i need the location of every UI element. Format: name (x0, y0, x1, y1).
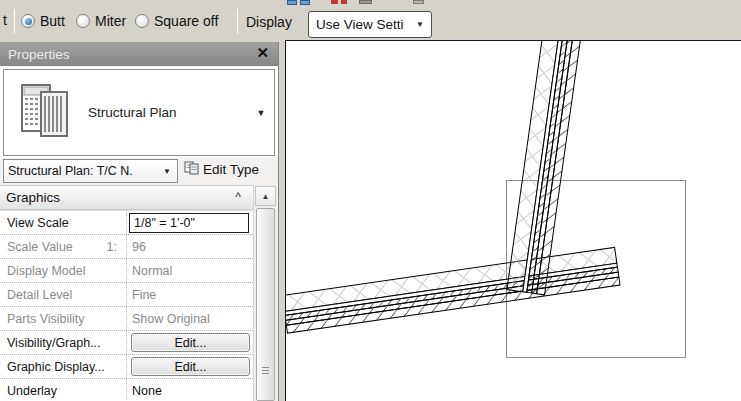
clipped-ribbon-icon (413, 0, 424, 4)
scrollbar-thumb[interactable] (256, 208, 275, 401)
properties-panel: Properties ✕ Structural Plan ▼ (0, 42, 279, 401)
section-header-graphics[interactable]: Graphics ^ (0, 185, 253, 210)
options-separator (237, 9, 238, 34)
scrollbar-up-arrow-icon[interactable]: ▲ (255, 186, 276, 206)
revit-window: t Butt Miter Square off Display Use View… (0, 0, 741, 401)
property-row-detail-level: Detail Level Fine (0, 283, 253, 307)
section-title: Graphics (6, 190, 60, 205)
instance-type-dropdown[interactable]: Structural Plan: T/C N. ▼ (3, 159, 178, 183)
type-selector-box[interactable]: Structural Plan ▼ (3, 69, 275, 156)
plan-view-svg (286, 41, 741, 401)
property-label: Parts Visibility (0, 307, 127, 330)
chevron-down-icon[interactable]: ▼ (248, 108, 274, 118)
collapse-chevron-icon[interactable]: ^ (235, 190, 241, 204)
property-value: Show Original (127, 307, 253, 330)
visibility-graphics-edit-button[interactable]: Edit... (131, 333, 250, 352)
properties-titlebar[interactable]: Properties ✕ (0, 42, 278, 66)
chevron-down-icon: ▼ (163, 167, 171, 176)
type-row: Structural Plan: T/C N. ▼ Edit Type (0, 158, 278, 185)
property-label: View Scale (0, 211, 127, 234)
clipped-ribbon-icon (331, 0, 338, 4)
property-label: Display Model (0, 259, 127, 282)
edit-type-button[interactable]: Edit Type (184, 161, 259, 178)
radio-miter-label: Miter (95, 13, 126, 29)
close-icon[interactable]: ✕ (256, 44, 269, 62)
property-row-visibility-graphics: Visibility/Graph... Edit... (0, 331, 253, 355)
display-dropdown[interactable]: Use View Setti ▼ (308, 11, 432, 38)
chevron-down-icon: ▼ (416, 20, 424, 29)
structural-plan-icon (4, 70, 88, 155)
property-value: Fine (127, 283, 253, 306)
property-value: Normal (127, 259, 253, 282)
radio-square-off-circle-icon[interactable] (135, 14, 149, 28)
radio-square-off-label: Square off (154, 13, 218, 29)
property-label: Scale Value 1: (0, 235, 127, 258)
type-selector-label: Structural Plan (88, 105, 248, 120)
property-row-parts-visibility: Parts Visibility Show Original (0, 307, 253, 331)
edit-type-icon (184, 161, 199, 178)
clipped-option-text: t (3, 12, 7, 28)
radio-miter-circle-icon[interactable] (76, 14, 90, 28)
drawing-area[interactable] (285, 40, 741, 401)
graphic-display-edit-button[interactable]: Edit... (131, 357, 250, 376)
property-grid: View Scale 1/8" = 1'-0" Scale Value 1: 9… (0, 210, 253, 401)
scrollbar-grip-icon (262, 367, 269, 375)
property-row-graphic-display: Graphic Display... Edit... (0, 355, 253, 379)
clipped-ribbon-icon (287, 0, 297, 5)
display-dropdown-value: Use View Setti (316, 17, 404, 32)
property-row-underlay: Underlay None (0, 379, 253, 401)
radio-butt-label: Butt (40, 13, 65, 29)
property-row-view-scale: View Scale 1/8" = 1'-0" (0, 211, 253, 235)
clipped-ribbon-icon (341, 0, 347, 4)
properties-title: Properties (8, 47, 70, 62)
clipped-ribbon-icon (359, 0, 372, 4)
radio-butt-circle-icon[interactable] (21, 14, 35, 28)
type-selector[interactable]: Structural Plan ▼ (0, 67, 278, 158)
property-label: Visibility/Graph... (0, 331, 127, 354)
view-scale-input[interactable]: 1/8" = 1'-0" (129, 213, 249, 233)
property-label: Underlay (0, 379, 127, 401)
edit-type-label: Edit Type (203, 162, 259, 177)
display-label: Display (246, 14, 292, 30)
wall-horizontal[interactable] (286, 247, 620, 333)
options-separator (14, 9, 15, 34)
property-value: 96 (127, 235, 253, 258)
property-label: Detail Level (0, 283, 127, 306)
radio-miter[interactable]: Miter (76, 13, 126, 29)
property-value: None (127, 379, 253, 401)
property-label-suffix: 1: (107, 240, 117, 254)
property-label: Graphic Display... (0, 355, 127, 378)
properties-scrollbar[interactable]: ▲ (253, 185, 277, 401)
property-row-scale-value: Scale Value 1: 96 (0, 235, 253, 259)
radio-square-off[interactable]: Square off (135, 13, 218, 29)
radio-butt[interactable]: Butt (21, 13, 65, 29)
instance-type-value: Structural Plan: T/C N. (8, 164, 133, 178)
clipped-ribbon-icon (300, 0, 310, 5)
property-row-display-model: Display Model Normal (0, 259, 253, 283)
